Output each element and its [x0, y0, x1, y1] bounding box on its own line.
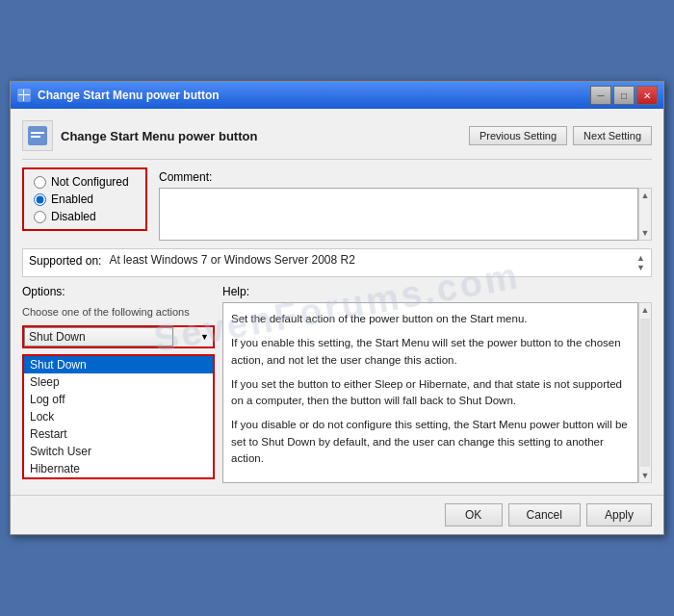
radio-not-configured-label: Not Configured	[51, 175, 129, 189]
supported-row: Supported on: At least Windows 7 or Wind…	[22, 248, 652, 277]
option-log-off[interactable]: Log off	[24, 391, 213, 408]
previous-setting-button[interactable]: Previous Setting	[469, 126, 567, 145]
main-panels: Options: Choose one of the following act…	[22, 285, 652, 483]
radio-disabled[interactable]: Disabled	[34, 210, 136, 223]
options-label: Options:	[22, 285, 215, 298]
help-scrollbar[interactable]: ▲ ▼	[638, 302, 652, 483]
help-scroll-thumb	[640, 319, 650, 467]
radio-comment-row: Not Configured Enabled Disabled Comment:	[22, 167, 652, 241]
supported-scroll-down[interactable]: ▼	[636, 263, 645, 272]
right-panel: Help: Set the default action of the powe…	[222, 285, 652, 483]
radio-section: Not Configured Enabled Disabled	[22, 167, 147, 231]
svg-rect-5	[31, 136, 40, 138]
window-icon	[16, 88, 32, 103]
supported-scrollbar: ▲ ▼	[636, 253, 645, 272]
option-restart[interactable]: Restart	[24, 425, 213, 443]
supported-label: Supported on:	[29, 253, 101, 268]
minimize-button[interactable]: ─	[590, 86, 611, 105]
apply-button[interactable]: Apply	[586, 503, 652, 526]
supported-scroll-up[interactable]: ▲	[636, 253, 645, 263]
header-left: Change Start Menu power button	[22, 120, 257, 151]
option-lock[interactable]: Lock	[24, 408, 213, 425]
radio-enabled-label: Enabled	[51, 192, 93, 206]
header-title: Change Start Menu power button	[61, 129, 257, 143]
help-scroll-up[interactable]: ▲	[639, 303, 652, 317]
comment-label: Comment:	[159, 167, 652, 184]
svg-rect-2	[23, 90, 24, 101]
header-row: Change Start Menu power button Previous …	[22, 120, 652, 160]
left-panel: Options: Choose one of the following act…	[22, 285, 215, 483]
help-label: Help:	[222, 285, 652, 298]
comment-section: Comment: ▲ ▼	[159, 167, 652, 241]
maximize-button[interactable]: □	[613, 86, 635, 105]
comment-scrollbar[interactable]: ▲ ▼	[638, 188, 652, 241]
supported-text: At least Windows 7 or Windows Server 200…	[109, 253, 354, 267]
radio-not-configured[interactable]: Not Configured	[34, 175, 136, 189]
help-box-wrapper: Set the default action of the power butt…	[222, 302, 652, 483]
policy-icon	[22, 120, 53, 151]
ok-button[interactable]: OK	[445, 503, 503, 526]
comment-textarea[interactable]	[159, 188, 638, 241]
option-switch-user[interactable]: Switch User	[24, 443, 213, 460]
cancel-button[interactable]: Cancel	[508, 503, 581, 526]
footer: OK Cancel Apply	[11, 495, 663, 534]
title-controls: ─ □ ✕	[590, 86, 658, 105]
options-hint: Choose one of the following actions	[22, 304, 215, 320]
comment-box-wrapper: ▲ ▼	[159, 188, 652, 241]
radio-disabled-label: Disabled	[51, 210, 96, 223]
next-setting-button[interactable]: Next Setting	[573, 126, 652, 145]
scroll-up-arrow[interactable]: ▲	[639, 189, 652, 202]
title-bar: Change Start Menu power button ─ □ ✕	[11, 82, 663, 109]
option-hibernate[interactable]: Hibernate	[24, 460, 213, 477]
option-sleep[interactable]: Sleep	[24, 373, 213, 391]
radio-enabled[interactable]: Enabled	[34, 192, 136, 206]
content-area: Change Start Menu power button Previous …	[11, 109, 663, 495]
dropdown-wrapper: Shut DownSleepLog offLockRestartSwitch U…	[22, 325, 215, 348]
title-text: Change Start Menu power button	[38, 89, 220, 102]
main-window: Change Start Menu power button ─ □ ✕ Cha…	[10, 81, 664, 535]
close-button[interactable]: ✕	[636, 86, 658, 105]
action-dropdown[interactable]: Shut DownSleepLog offLockRestartSwitch U…	[24, 327, 173, 346]
option-shut-down[interactable]: Shut Down	[24, 356, 213, 373]
dropdown-list: Shut Down Sleep Log off Lock Restart Swi…	[22, 354, 215, 479]
dropdown-arrow-icon: ▼	[200, 332, 209, 342]
title-bar-left: Change Start Menu power button	[16, 88, 220, 103]
help-box: Set the default action of the power butt…	[222, 302, 638, 483]
scroll-down-arrow[interactable]: ▼	[639, 226, 652, 240]
svg-rect-4	[31, 132, 44, 134]
header-buttons: Previous Setting Next Setting	[469, 126, 652, 145]
help-scroll-down[interactable]: ▼	[639, 469, 652, 482]
